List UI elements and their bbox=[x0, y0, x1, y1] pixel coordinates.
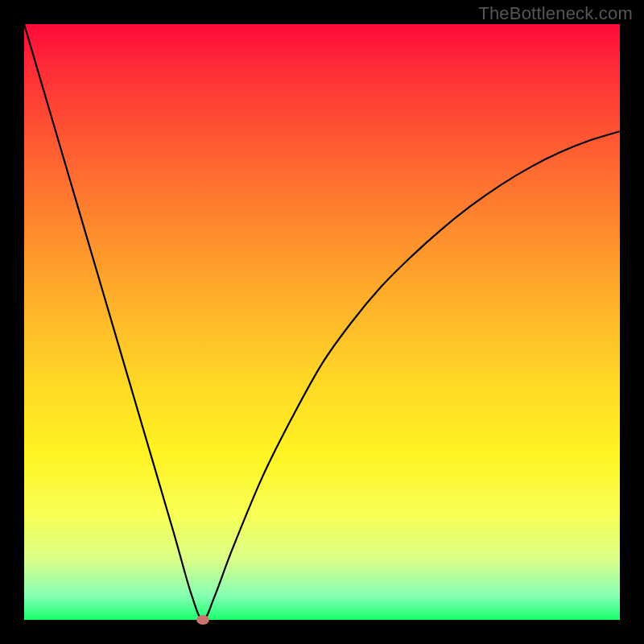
watermark-text: TheBottleneck.com bbox=[478, 3, 633, 24]
plot-area bbox=[24, 24, 620, 620]
chart-frame: TheBottleneck.com bbox=[0, 0, 644, 644]
bottleneck-curve bbox=[24, 24, 620, 620]
curve-line bbox=[24, 24, 620, 620]
optimal-point-marker bbox=[196, 615, 209, 625]
